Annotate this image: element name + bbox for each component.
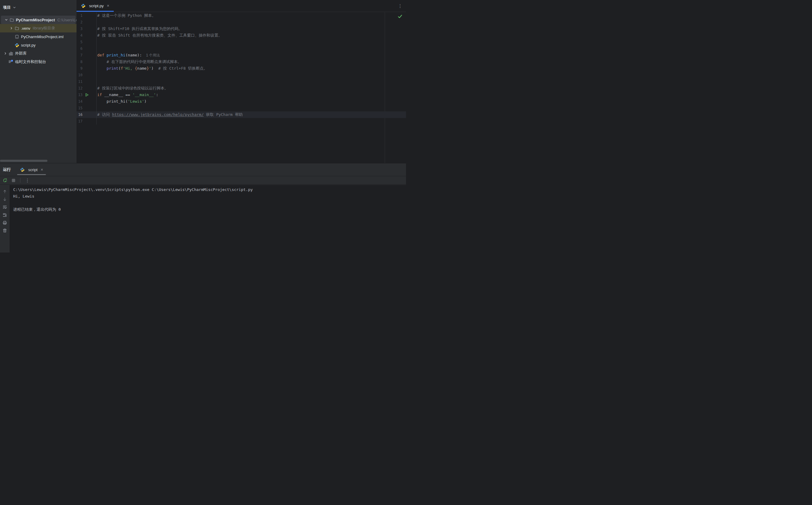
code-line-6: 6 (76, 45, 406, 52)
code-text[interactable] (96, 39, 97, 45)
run-line-icon[interactable] (85, 93, 89, 97)
code-token: def (97, 53, 104, 57)
editor-tab-title: script.py (89, 4, 103, 8)
close-icon[interactable]: ✕ (106, 4, 109, 8)
code-text[interactable] (96, 45, 97, 52)
code-line-5: 5 (76, 39, 406, 45)
tree-item-iml[interactable]: PyCharmMiscProject.iml (0, 32, 76, 41)
tree-item-annotation: C:\Users\Lewi (57, 18, 76, 22)
code-hyperlink[interactable]: https://www.jetbrains.com/help/pycharm/ (112, 112, 204, 117)
code-token: ' (149, 66, 151, 70)
code-text[interactable]: # 这是一个示例 Python 脚本。 (96, 12, 156, 19)
code-text[interactable]: print_hi('Lewis') (96, 98, 147, 105)
clear-trash-icon[interactable] (2, 228, 7, 233)
line-number: 1 (76, 12, 96, 19)
soft-wrap-icon[interactable] (2, 205, 7, 209)
tree-item-label: PyCharmMiscProject (16, 18, 55, 22)
line-number: 5 (76, 39, 96, 45)
line-number: 9 (76, 65, 96, 72)
code-text[interactable]: print(f'Hi, {name}') # 按 Ctrl+F8 切换断点。 (96, 65, 208, 72)
inspections-ok-icon[interactable] (397, 14, 402, 19)
stop-button[interactable] (10, 177, 16, 183)
console-line: 进程已结束，退出代码为 0 (13, 206, 406, 213)
code-text[interactable]: # 按 Shift+F10 执行或将其替换为您的代码。 (96, 25, 183, 32)
line-number: 7 (76, 52, 96, 58)
up-arrow-icon[interactable] (2, 189, 7, 194)
library-icon (8, 51, 13, 56)
chevron-down-icon[interactable] (3, 18, 9, 22)
code-text[interactable] (96, 78, 97, 85)
code-area: 1# 这是一个示例 Python 脚本。23# 按 Shift+F10 执行或将… (76, 12, 406, 125)
code-token: 'Hi, (123, 66, 135, 70)
run-tab-script[interactable]: script ✕ (17, 163, 46, 176)
code-text[interactable]: # 按 双击 Shift 在所有地方搜索类、文件、工具窗口、操作和设置。 (96, 32, 222, 39)
code-line-13: 13if __name__ == '__main__': (76, 92, 406, 98)
code-line-3: 3# 按 Shift+F10 执行或将其替换为您的代码。 (76, 25, 406, 32)
usages-inlay-hint[interactable]: 1 个用法 (146, 53, 160, 57)
console-line: C:\Users\Lewis\PyCharmMiscProject\.venv\… (13, 186, 406, 193)
more-options-icon[interactable]: ⋮ (398, 0, 402, 12)
close-icon[interactable]: ✕ (40, 168, 43, 172)
code-text[interactable] (96, 19, 97, 25)
print-icon[interactable] (2, 220, 7, 225)
line-number: 8 (76, 58, 96, 65)
more-options-icon[interactable]: ⋮ (24, 178, 31, 183)
line-number: 4 (76, 32, 96, 39)
code-text[interactable] (96, 72, 97, 78)
line-number: 14 (76, 98, 96, 105)
project-tree: PyCharmMiscProjectC:\Users\Lewi.venvlibr… (0, 16, 76, 66)
code-text[interactable] (96, 118, 97, 125)
console-output[interactable]: C:\Users\Lewis\PyCharmMiscProject\.venv\… (10, 185, 406, 252)
editor-tab-script-py[interactable]: script.py ✕ (76, 0, 114, 12)
code-line-16: 16# 访问 https://www.jetbrains.com/help/py… (76, 112, 406, 118)
scroll-to-end-icon[interactable] (2, 212, 7, 217)
code-token: print (106, 66, 118, 70)
folder-icon (14, 26, 19, 31)
console-area: C:\Users\Lewis\PyCharmMiscProject\.venv\… (0, 185, 406, 252)
line-number: 12 (76, 85, 96, 92)
tree-item-root[interactable]: PyCharmMiscProjectC:\Users\Lewi (1, 16, 76, 24)
console-line (13, 200, 406, 206)
code-token (97, 59, 106, 64)
code-text[interactable]: # 按装订区域中的绿色按钮以运行脚本。 (96, 85, 168, 92)
line-number: 11 (76, 78, 96, 85)
rerun-button[interactable] (2, 177, 8, 183)
code-text[interactable]: if __name__ == '__main__': (96, 92, 159, 98)
code-token: 'Lewis' (128, 99, 144, 104)
chevron-right-icon[interactable] (8, 26, 14, 30)
toolbar-separator (20, 178, 20, 183)
code-token: # 按 双击 Shift 在所有地方搜索类、文件、工具窗口、操作和设置。 (97, 33, 222, 37)
console-toolbar-strip (0, 185, 10, 252)
tree-item-annotation: library根目录 (33, 25, 55, 31)
project-panel-header[interactable]: 项目 (0, 0, 76, 15)
chevron-down-icon (13, 6, 16, 9)
code-token: ) (151, 66, 154, 70)
code-text[interactable]: # 访问 https://www.jetbrains.com/help/pych… (96, 112, 243, 118)
code-text[interactable]: # 在下面的代码行中使用断点来调试脚本。 (96, 58, 182, 65)
chevron-right-icon[interactable] (2, 52, 8, 55)
code-text[interactable]: def print_hi(name):1 个用法 (96, 52, 160, 58)
code-line-11: 11 (76, 78, 406, 85)
file-icon (14, 34, 19, 39)
code-token: # 按 Shift+F10 执行或将其替换为您的代码。 (97, 26, 183, 31)
code-token: : (156, 93, 159, 97)
down-arrow-icon[interactable] (2, 197, 7, 202)
line-number: 16 (76, 112, 96, 118)
code-line-7: 7def print_hi(name):1 个用法 (76, 52, 406, 58)
code-line-14: 14 print_hi('Lewis') (76, 98, 406, 105)
tree-item-label: .venv (21, 26, 30, 31)
code-text[interactable] (96, 105, 97, 112)
tree-item-external-libraries[interactable]: 外部库 (0, 49, 76, 58)
code-token: # 访问 (97, 112, 112, 117)
code-token: # 按 Ctrl+F8 切换断点。 (154, 66, 208, 70)
tree-item-script[interactable]: script.py (0, 41, 76, 49)
python-file-icon (81, 4, 85, 8)
tree-item-venv[interactable]: .venvlibrary根目录 (0, 24, 76, 32)
run-tool-window: 运行 script ✕ (0, 163, 406, 252)
horizontal-scrollbar[interactable] (0, 160, 47, 162)
tree-item-scratches[interactable]: 临时文件和控制台 (0, 58, 76, 66)
code-line-15: 15 (76, 105, 406, 112)
line-number: 3 (76, 25, 96, 32)
run-toolbar: ⋮ (0, 176, 406, 185)
tree-item-label: PyCharmMiscProject.iml (21, 34, 64, 39)
